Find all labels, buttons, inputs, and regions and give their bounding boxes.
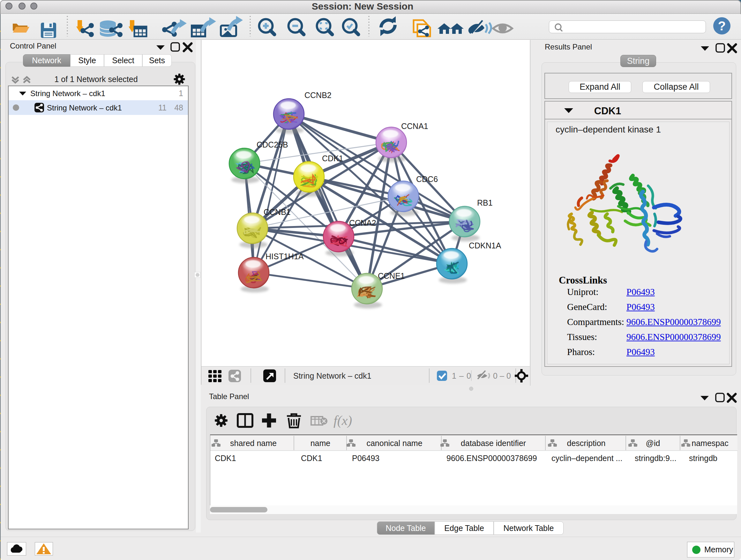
svg-text:48: 48: [174, 103, 183, 112]
svg-text:RB1: RB1: [477, 198, 493, 207]
svg-text:CDK1: CDK1: [322, 154, 343, 163]
svg-text:String Network – cdk1: String Network – cdk1: [293, 371, 372, 380]
svg-text:11: 11: [158, 103, 166, 112]
svg-text:1: 1: [179, 89, 183, 98]
svg-text:cyclin–dependent ...: cyclin–dependent ...: [551, 454, 622, 462]
svg-text:stringdb:9...: stringdb:9...: [635, 454, 677, 462]
svg-text:CCNE1: CCNE1: [378, 271, 405, 280]
svg-text:CDC6: CDC6: [416, 175, 438, 184]
svg-text:f(x): f(x): [333, 413, 352, 428]
svg-text:0 – 0: 0 – 0: [493, 371, 511, 380]
svg-text:@id: @id: [646, 439, 660, 448]
svg-text:String Network – cdk1: String Network – cdk1: [30, 89, 105, 98]
svg-text:namespac: namespac: [691, 439, 728, 448]
svg-text:9606.ENSP00000378699: 9606.ENSP00000378699: [447, 454, 537, 462]
svg-text:String Network – cdk1: String Network – cdk1: [47, 104, 122, 112]
svg-text:shared name: shared name: [230, 439, 277, 448]
svg-text:CDK1: CDK1: [215, 454, 236, 462]
svg-text:description: description: [567, 439, 606, 448]
svg-text:name: name: [311, 439, 331, 448]
svg-text:CDC25B: CDC25B: [257, 140, 288, 149]
svg-text:database identifier: database identifier: [461, 439, 526, 448]
svg-text:CDKN1A: CDKN1A: [469, 241, 501, 250]
svg-text:?: ?: [718, 19, 726, 33]
svg-text:P06493: P06493: [352, 454, 380, 462]
svg-text:HIST1H1A: HIST1H1A: [266, 252, 304, 261]
svg-text:1 of 1 Network selected: 1 of 1 Network selected: [54, 75, 138, 84]
svg-text:CCNB1: CCNB1: [264, 207, 291, 216]
svg-text:canonical name: canonical name: [366, 439, 422, 448]
svg-text:1 – 0: 1 – 0: [452, 371, 471, 380]
svg-text:stringdb: stringdb: [689, 454, 718, 462]
svg-text:CDK1: CDK1: [594, 105, 621, 117]
svg-text:CCNB2: CCNB2: [305, 91, 332, 100]
svg-text:CCNA1: CCNA1: [401, 122, 428, 131]
svg-text:CDK1: CDK1: [301, 454, 322, 462]
svg-text:CCNA2: CCNA2: [349, 219, 376, 227]
